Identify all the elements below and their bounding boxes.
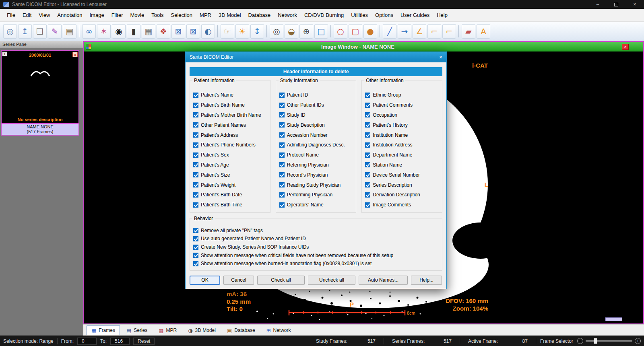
checkbox-row[interactable]: Other Patient IDs [279,100,353,110]
menu-item[interactable]: User Guides [397,10,433,20]
tab-database[interactable]: ▣ Database [222,325,260,335]
checkbox-row[interactable]: Patient's Birth Time [193,200,267,210]
checkbox-row[interactable]: Accession Number [279,130,353,140]
frame-plus-button[interactable]: + [635,338,641,344]
menu-item[interactable]: Utilities [347,10,372,20]
checkbox-row[interactable]: Protocol Name [279,150,353,160]
checkbox-checked-icon[interactable] [193,245,198,250]
close-button[interactable]: × [625,0,644,9]
checkbox-row[interactable]: Patient's Name [193,90,267,100]
checkbox-checked-icon[interactable] [193,162,198,167]
checkbox-row[interactable]: Referring Physician [279,160,353,170]
from-value[interactable]: 0 [77,338,97,345]
window-titlebar[interactable]: Sante DICOM Editor - Licensed to Lenouse… [0,0,644,9]
checkbox-row[interactable]: Patient's Size [193,170,267,180]
checkbox-checked-icon[interactable] [365,182,370,187]
corner-measure-icon[interactable]: ⌐ [442,24,456,39]
frame-slider-thumb[interactable] [594,338,597,344]
color-sphere-icon[interactable]: ● [363,24,377,39]
checkbox-row[interactable]: Patient's Birth Date [193,190,267,200]
color-map-icon[interactable]: ❖ [157,24,170,39]
checkbox-row[interactable]: Patient ID [279,90,353,100]
tab-series[interactable]: ▤ Series [122,325,152,335]
checkbox-row[interactable]: Patient Comments [365,100,439,110]
link-series-icon[interactable]: ∞ [82,24,96,39]
tab-3d-model[interactable]: ◑ 3D Model [183,325,221,335]
checkbox-row[interactable]: Admitting Diagnoses Desc. [279,140,353,150]
checkbox-checked-icon[interactable] [365,103,370,108]
menu-item[interactable]: File [3,10,19,20]
checkbox-row[interactable]: Record's Physician [279,170,353,180]
checkbox-row[interactable]: Study ID [279,110,353,120]
checkbox-checked-icon[interactable] [193,112,198,117]
checkbox-checked-icon[interactable] [193,228,198,233]
line-measure-icon[interactable]: ╱ [383,24,396,39]
checkbox-row[interactable]: Show attention message when burned-in an… [193,260,439,268]
ellipse-roi-icon[interactable]: ○ [334,24,347,39]
checkbox-checked-icon[interactable] [279,182,285,187]
checkbox-row[interactable]: Institution Address [365,140,439,150]
help-button[interactable]: Help... [411,276,442,285]
globe-icon[interactable]: ◐ [201,24,215,39]
menu-item[interactable]: Edit [19,10,35,20]
zoom-icon[interactable]: ◎ [270,24,283,39]
series-thumbnail[interactable]: 1 2000/01/01 x No series description NAM… [1,50,79,136]
checkbox-checked-icon[interactable] [279,202,285,208]
checkbox-checked-icon[interactable] [365,112,370,117]
eraser-icon[interactable]: ▰ [462,24,475,39]
checkbox-row[interactable]: Patient's Birth Name [193,100,267,110]
checkbox-row[interactable]: Other Patient Names [193,120,267,130]
checkbox-checked-icon[interactable] [279,172,285,177]
menu-item[interactable]: Annotation [54,10,86,20]
checkbox-row[interactable]: Patient's Sex [193,150,267,160]
angle-measure-icon[interactable]: ∠ [413,24,426,39]
dialog-close-button[interactable]: × [431,54,442,60]
checkbox-row[interactable]: Device Serial Number [365,170,439,180]
checkbox-checked-icon[interactable] [193,122,198,128]
checkbox-checked-icon[interactable] [193,93,198,98]
checkbox-row[interactable]: Occupation [365,110,439,120]
anonymize-icon[interactable]: ✶ [97,24,111,39]
checkbox-row[interactable]: Patient's Phone Numbers [193,140,267,150]
checkbox-row[interactable]: Institution Name [365,130,439,140]
checkbox-checked-icon[interactable] [365,152,370,158]
menu-item[interactable]: Network [274,10,301,20]
checkbox-checked-icon[interactable] [193,152,198,158]
checkbox-checked-icon[interactable] [365,132,370,138]
checkbox-checked-icon[interactable] [279,142,285,148]
series-thumbnail-image-area[interactable]: 1 2000/01/01 x No series description [1,50,79,124]
checkbox-row[interactable]: Performing Physician [279,190,353,200]
checkbox-row[interactable]: Patient's Address [193,130,267,140]
reset-button[interactable]: Reset [133,338,155,345]
checkbox-checked-icon[interactable] [193,236,198,241]
checkbox-row[interactable]: Patient's Age [193,160,267,170]
arrow-annotation-icon[interactable]: → [398,24,411,39]
checkbox-checked-icon[interactable] [279,152,285,158]
check-all-button[interactable]: Check all [257,276,305,285]
copy-icon[interactable]: ❏ [33,24,47,39]
tab-mpr[interactable]: ▩ MPR [154,325,182,335]
frame-selector-slider[interactable]: − + [577,338,641,344]
tab-network[interactable]: ⊞ Network [262,325,296,335]
checkbox-checked-icon[interactable] [193,253,198,258]
zoom-select-icon[interactable]: ⊕ [299,24,313,39]
checkbox-row[interactable]: Create New Study, Series And SOP Instanc… [193,243,439,251]
checkbox-row[interactable]: Series Description [365,180,439,190]
uncheck-all-button[interactable]: Uncheck all [308,276,355,285]
checkbox-row[interactable]: Patient's Weight [193,180,267,190]
series-close-button[interactable]: x [72,52,78,57]
checkbox-checked-icon[interactable] [193,182,198,187]
checkbox-row[interactable]: Use auto generated Patient Name and Pati… [193,235,439,243]
checkbox-checked-icon[interactable] [193,192,198,198]
to-value[interactable]: 516 [110,338,130,345]
tab-frames[interactable]: ▦ Frames [87,325,120,335]
cancel-button[interactable]: Cancel [223,276,254,285]
text-annotation-icon[interactable]: A [477,24,490,39]
menu-item[interactable]: CD/DVD Burning [301,10,347,20]
image-window-titlebar[interactable]: Image Window - NAME NONE × [84,42,643,51]
pan-hand-icon[interactable]: ☞ [221,24,234,39]
open-study-icon[interactable]: ◎ [3,24,17,39]
checkbox-checked-icon[interactable] [193,132,198,138]
checkbox-row[interactable]: Operators' Name [279,200,353,210]
checkbox-checked-icon[interactable] [365,192,370,198]
